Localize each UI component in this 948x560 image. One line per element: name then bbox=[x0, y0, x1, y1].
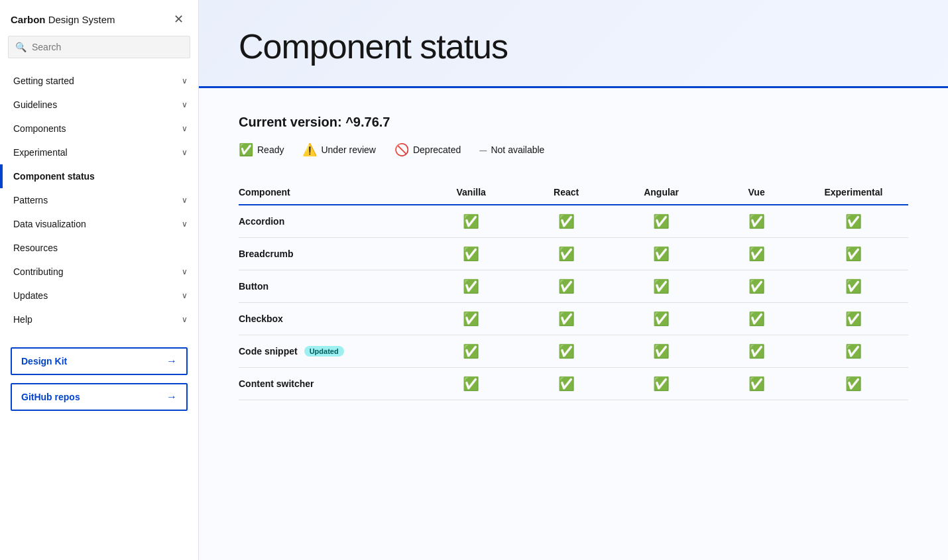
check-icon: ✅ bbox=[653, 215, 670, 228]
component-cell-button: Button bbox=[239, 270, 429, 303]
component-cell-accordion: Accordion bbox=[239, 205, 429, 238]
check-icon: ✅ bbox=[748, 345, 765, 358]
sidebar: Carbon Design System ✕ 🔍 Getting started… bbox=[0, 0, 199, 560]
sidebar-item-contributing[interactable]: Contributing∨ bbox=[0, 260, 198, 284]
check-icon: ✅ bbox=[463, 215, 479, 228]
sidebar-item-label: Help bbox=[13, 314, 32, 325]
sidebar-item-data-visualization[interactable]: Data visualization∨ bbox=[0, 212, 198, 236]
check-icon: ✅ bbox=[845, 280, 862, 293]
check-icon: ✅ bbox=[653, 247, 670, 260]
check-icon: ✅ bbox=[558, 377, 575, 390]
chevron-down-icon: ∨ bbox=[182, 267, 188, 276]
sidebar-item-resources[interactable]: Resources bbox=[0, 236, 198, 260]
status-cell-experimental: ✅ bbox=[809, 238, 908, 270]
action-btn-github-repos[interactable]: GitHub repos→ bbox=[11, 383, 188, 411]
sidebar-item-label: Resources bbox=[13, 243, 58, 253]
check-icon: ✅ bbox=[558, 215, 575, 228]
status-cell-react: ✅ bbox=[524, 335, 619, 368]
component-name: Checkbox bbox=[239, 313, 283, 324]
table-header-row: ComponentVanillaReactAngularVueExperimen… bbox=[239, 180, 908, 205]
sidebar-nav: Getting started∨Guidelines∨Components∨Ex… bbox=[0, 69, 198, 331]
check-icon: ✅ bbox=[558, 312, 575, 325]
check-icon: ✅ bbox=[463, 312, 479, 325]
sidebar-item-experimental[interactable]: Experimental∨ bbox=[0, 140, 198, 164]
status-cell-angular: ✅ bbox=[619, 303, 714, 335]
check-icon: ✅ bbox=[463, 345, 479, 358]
deprecated-icon: 🚫 bbox=[394, 144, 409, 156]
status-cell-vanilla: ✅ bbox=[429, 270, 524, 303]
status-cell-vanilla: ✅ bbox=[429, 238, 524, 270]
status-cell-vue: ✅ bbox=[714, 205, 809, 238]
sidebar-item-guidelines[interactable]: Guidelines∨ bbox=[0, 93, 198, 117]
legend-label: Under review bbox=[321, 144, 375, 155]
check-icon: ✅ bbox=[463, 280, 479, 293]
col-header-vanilla: Vanilla bbox=[429, 180, 524, 205]
table-head: ComponentVanillaReactAngularVueExperimen… bbox=[239, 180, 908, 205]
sidebar-item-label: Data visualization bbox=[13, 219, 86, 229]
chevron-down-icon: ∨ bbox=[182, 76, 188, 85]
component-cell-checkbox: Checkbox bbox=[239, 303, 429, 335]
status-cell-angular: ✅ bbox=[619, 335, 714, 368]
status-cell-vue: ✅ bbox=[714, 238, 809, 270]
legend-label: Ready bbox=[257, 144, 284, 155]
sidebar-item-help[interactable]: Help∨ bbox=[0, 308, 198, 331]
status-cell-experimental: ✅ bbox=[809, 368, 908, 400]
status-cell-experimental: ✅ bbox=[809, 335, 908, 368]
component-cell-code-snippet: Code snippetUpdated bbox=[239, 335, 429, 368]
check-icon: ✅ bbox=[748, 247, 765, 260]
chevron-down-icon: ∨ bbox=[182, 100, 188, 109]
sidebar-item-label: Contributing bbox=[13, 266, 64, 277]
sidebar-item-label: Patterns bbox=[13, 195, 48, 205]
component-name: Code snippet bbox=[239, 346, 298, 357]
component-name: Accordion bbox=[239, 216, 284, 227]
check-icon: ✅ bbox=[653, 280, 670, 293]
status-cell-angular: ✅ bbox=[619, 238, 714, 270]
arrow-right-icon: → bbox=[166, 355, 177, 367]
sidebar-item-label: Getting started bbox=[13, 76, 74, 86]
sidebar-item-patterns[interactable]: Patterns∨ bbox=[0, 188, 198, 212]
check-icon: ✅ bbox=[463, 377, 479, 390]
na-icon: – bbox=[479, 143, 487, 156]
check-icon: ✅ bbox=[463, 247, 479, 260]
sidebar-item-updates[interactable]: Updates∨ bbox=[0, 284, 198, 308]
status-cell-vanilla: ✅ bbox=[429, 303, 524, 335]
status-cell-vanilla: ✅ bbox=[429, 368, 524, 400]
col-header-experimental: Experimental bbox=[809, 180, 908, 205]
sidebar-item-component-status[interactable]: Component status bbox=[0, 164, 198, 188]
close-button[interactable]: ✕ bbox=[170, 11, 188, 28]
check-icon: ✅ bbox=[845, 377, 862, 390]
status-cell-vanilla: ✅ bbox=[429, 205, 524, 238]
sidebar-item-getting-started[interactable]: Getting started∨ bbox=[0, 69, 198, 93]
brand-name: Carbon bbox=[11, 14, 46, 25]
action-btn-design-kit[interactable]: Design Kit→ bbox=[11, 347, 188, 375]
table-row: Accordion✅✅✅✅✅ bbox=[239, 205, 908, 238]
review-icon: ⚠️ bbox=[302, 144, 317, 156]
component-cell-content-switcher: Content switcher bbox=[239, 368, 429, 400]
action-label: GitHub repos bbox=[21, 392, 80, 402]
status-cell-vue: ✅ bbox=[714, 270, 809, 303]
check-icon: ✅ bbox=[653, 312, 670, 325]
page-title: Component status bbox=[239, 27, 908, 66]
content-section: Current version: ^9.76.7 ✅Ready⚠️Under r… bbox=[199, 88, 948, 427]
updated-badge: Updated bbox=[304, 346, 344, 357]
sidebar-item-label: Experimental bbox=[13, 147, 68, 158]
sidebar-item-components[interactable]: Components∨ bbox=[0, 117, 198, 140]
status-cell-vanilla: ✅ bbox=[429, 335, 524, 368]
legend-item-na: –Not available bbox=[479, 143, 544, 156]
check-icon: ✅ bbox=[748, 377, 765, 390]
sidebar-actions: Design Kit→GitHub repos→ bbox=[11, 347, 188, 411]
legend: ✅Ready⚠️Under review🚫Deprecated–Not avai… bbox=[239, 143, 908, 156]
legend-item-ready: ✅Ready bbox=[239, 144, 284, 156]
ready-icon: ✅ bbox=[239, 144, 253, 156]
status-cell-react: ✅ bbox=[524, 303, 619, 335]
status-cell-vue: ✅ bbox=[714, 303, 809, 335]
table-row: Content switcher✅✅✅✅✅ bbox=[239, 368, 908, 400]
status-cell-angular: ✅ bbox=[619, 205, 714, 238]
col-header-angular: Angular bbox=[619, 180, 714, 205]
search-input[interactable] bbox=[32, 42, 183, 52]
status-cell-react: ✅ bbox=[524, 238, 619, 270]
legend-label: Deprecated bbox=[413, 144, 461, 155]
chevron-down-icon: ∨ bbox=[182, 148, 188, 157]
check-icon: ✅ bbox=[748, 280, 765, 293]
table-row: Button✅✅✅✅✅ bbox=[239, 270, 908, 303]
